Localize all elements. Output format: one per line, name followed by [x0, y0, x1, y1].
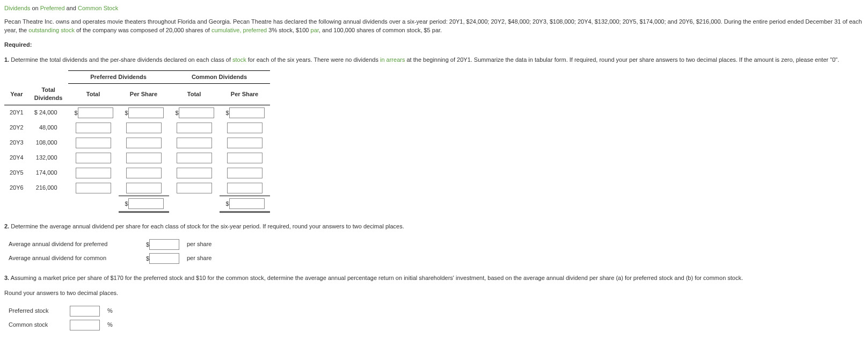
q1-number: 1. — [4, 56, 9, 63]
table-total-row: $ $ — [4, 196, 270, 212]
pref-pershare-input[interactable] — [126, 153, 162, 163]
table-row: 20Y4 132,000 — [4, 150, 270, 166]
intro-text: of the company was composed of 20,000 sh… — [75, 27, 211, 33]
question-2: 2. Determine the average annual dividend… — [4, 222, 864, 231]
table-row: 20Y3 108,000 — [4, 135, 270, 150]
pref-pershare-total-input[interactable] — [128, 198, 164, 209]
com-pershare-total-input[interactable] — [229, 198, 265, 209]
pref-total-input[interactable] — [76, 123, 111, 133]
table-row: 20Y6 216,000 — [4, 181, 270, 196]
com-total-input[interactable] — [177, 153, 212, 163]
pref-pershare-input[interactable] — [126, 168, 162, 178]
title-word-on: on — [32, 5, 38, 11]
year-cell: 20Y2 — [4, 120, 29, 135]
com-total-input[interactable] — [177, 123, 212, 133]
link-outstanding-stock: outstanding stock — [28, 27, 75, 33]
table-row: 20Y1 $ 24,000 $ $ $ $ — [4, 105, 270, 120]
intro-paragraph: Pecan Theatre Inc. owns and operates mov… — [4, 18, 864, 34]
common-stock-label: Common stock — [5, 319, 65, 332]
common-stock-pct-input[interactable] — [70, 320, 100, 330]
com-pershare-input[interactable] — [227, 138, 262, 148]
title-word-preferred: Preferred — [40, 5, 65, 11]
com-total-input[interactable] — [177, 183, 212, 193]
com-pershare-input[interactable] — [227, 123, 262, 133]
dollar-sign: $ — [124, 109, 128, 117]
dividend-cell: 48,000 — [29, 120, 68, 135]
com-total-input[interactable] — [177, 168, 212, 178]
pref-total-input[interactable] — [76, 183, 111, 193]
q3-text: Assuming a market price per share of $17… — [9, 275, 743, 281]
com-total-input[interactable] — [177, 138, 212, 148]
com-total-input[interactable] — [179, 107, 214, 118]
total-dividends-header: Total Dividends — [29, 84, 68, 105]
table-row: 20Y5 174,000 — [4, 166, 270, 181]
pref-pershare-input[interactable] — [126, 183, 162, 193]
table-row: 20Y2 48,000 — [4, 120, 270, 135]
dividend-cell: $ 24,000 — [29, 105, 68, 120]
dividend-cell: 174,000 — [29, 166, 68, 181]
dollar-sign: $ — [145, 241, 149, 249]
dividend-cell: 132,000 — [29, 150, 68, 166]
total-dividends-header-line2: Dividends — [34, 95, 63, 101]
pref-total-input[interactable] — [76, 153, 111, 163]
year-cell: 20Y5 — [4, 166, 29, 181]
year-header: Year — [4, 84, 29, 105]
q1-text: at the beginning of 20Y1. Summarize the … — [405, 56, 839, 63]
intro-text: , and 100,000 shares of common stock, $5… — [319, 27, 442, 33]
avg-dividend-common-input[interactable] — [149, 253, 179, 264]
year-cell: 20Y6 — [4, 181, 29, 196]
link-cumulative-preferred: cumulative, preferred — [211, 27, 267, 33]
dividend-cell: 108,000 — [29, 135, 68, 150]
pref-total-input[interactable] — [76, 138, 111, 148]
question-1: 1. Determine the total dividends and the… — [4, 56, 864, 64]
com-pershare-header: Per Share — [220, 84, 270, 105]
com-total-header: Total — [169, 84, 220, 105]
com-pershare-input[interactable] — [227, 183, 262, 193]
q2-table: Average annual dividend for preferred $ … — [4, 237, 216, 266]
per-share-unit: per share — [184, 238, 215, 251]
pref-pershare-header: Per Share — [119, 84, 169, 105]
q2-text: Determine the average annual dividend pe… — [9, 223, 404, 229]
title-word-dividends: Dividends — [4, 5, 30, 11]
q2-number: 2. — [4, 223, 9, 229]
page-title: Dividends on Preferred and Common Stock — [4, 4, 864, 12]
pref-total-input[interactable] — [78, 107, 113, 118]
dollar-sign: $ — [145, 255, 149, 263]
pref-pershare-input[interactable] — [126, 123, 162, 133]
percent-unit: % — [104, 305, 116, 318]
per-share-unit: per share — [184, 252, 215, 265]
link-par: par — [311, 27, 319, 33]
dollar-sign: $ — [174, 109, 179, 117]
question-3: 3. Assuming a market price per share of … — [4, 274, 864, 282]
pref-pershare-input[interactable] — [128, 107, 164, 118]
required-heading: Required: — [4, 41, 864, 49]
dollar-sign: $ — [225, 200, 229, 208]
common-dividends-header: Common Dividends — [169, 70, 270, 83]
avg-dividend-common-label: Average annual dividend for common — [5, 252, 141, 265]
q3-number: 3. — [4, 275, 9, 281]
dollar-sign: $ — [74, 109, 78, 117]
year-cell: 20Y1 — [4, 105, 29, 120]
year-cell: 20Y4 — [4, 150, 29, 166]
avg-dividend-preferred-input[interactable] — [149, 239, 179, 250]
q3-round-note: Round your answers to two decimal places… — [4, 289, 864, 297]
intro-text: 3% stock, $100 — [267, 27, 310, 33]
com-pershare-input[interactable] — [227, 153, 262, 163]
link-stock: stock — [232, 56, 246, 63]
year-cell: 20Y3 — [4, 135, 29, 150]
com-pershare-input[interactable] — [229, 107, 265, 118]
link-in-arrears: in arrears — [380, 56, 405, 63]
q1-text: Determine the total dividends and the pe… — [9, 56, 232, 63]
preferred-stock-pct-input[interactable] — [70, 306, 100, 317]
pref-pershare-input[interactable] — [126, 138, 162, 148]
dollar-sign: $ — [225, 109, 229, 117]
pref-total-header: Total — [68, 84, 119, 105]
com-pershare-input[interactable] — [227, 168, 262, 178]
title-word-common-stock: Common Stock — [78, 5, 118, 11]
q3-table: Preferred stock % Common stock % — [4, 304, 117, 333]
percent-unit: % — [104, 319, 116, 332]
total-dividends-header-line1: Total — [41, 87, 55, 93]
dividend-cell: 216,000 — [29, 181, 68, 196]
pref-total-input[interactable] — [76, 168, 111, 178]
title-word-and: and — [67, 5, 76, 11]
